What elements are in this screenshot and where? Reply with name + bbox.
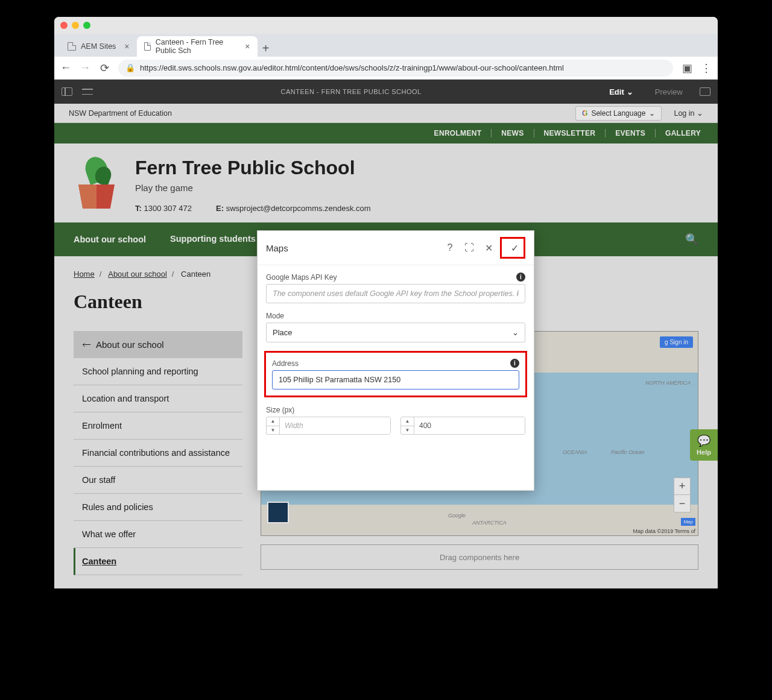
tab-label: AEM Sites: [81, 42, 116, 51]
annotate-icon[interactable]: [700, 87, 710, 96]
chevron-down-icon: ⌄: [512, 328, 519, 337]
panel-toggle-icon[interactable]: [62, 87, 72, 96]
dialog-title: Maps: [266, 243, 438, 253]
tab-aem-sites[interactable]: AEM Sites×: [60, 36, 137, 57]
url-field[interactable]: 🔒https://edit.sws.schools.nsw.gov.au/edi…: [118, 60, 673, 77]
account-icon[interactable]: ▣: [682, 63, 692, 74]
fullscreen-icon[interactable]: ⛶: [461, 240, 477, 256]
mac-minimize[interactable]: [72, 22, 79, 29]
mac-close[interactable]: [60, 22, 68, 29]
forward-button[interactable]: →: [80, 63, 90, 74]
aem-toolbar: CANTEEN - FERN TREE PUBLIC SCHOOL Edit⌄ …: [54, 80, 718, 104]
page-content: NSW Department of Education GSelect Lang…: [54, 104, 718, 588]
edit-mode-button[interactable]: Edit⌄: [609, 87, 633, 96]
lock-icon: 🔒: [125, 63, 135, 72]
height-stepper[interactable]: ▲▼: [400, 417, 525, 435]
tab-label: Canteen - Fern Tree Public Sch: [156, 38, 237, 55]
confirm-icon[interactable]: ✓: [507, 240, 522, 256]
reload-button[interactable]: ⟳: [99, 63, 110, 74]
api-key-label: Google Maps API Key: [266, 273, 337, 282]
step-down-icon[interactable]: ▼: [401, 426, 414, 435]
help-icon[interactable]: ?: [442, 240, 458, 256]
chevron-down-icon: ⌄: [627, 87, 633, 96]
width-input[interactable]: [280, 417, 390, 434]
page-icon: [144, 42, 151, 51]
address-bar: ← → ⟳ 🔒https://edit.sws.schools.nsw.gov.…: [54, 57, 718, 80]
browser-menu-icon[interactable]: ⋮: [701, 61, 712, 75]
tab-canteen[interactable]: Canteen - Fern Tree Public Sch×: [137, 36, 258, 57]
mac-titlebar: [54, 17, 718, 34]
tab-strip: AEM Sites× Canteen - Fern Tree Public Sc…: [54, 34, 718, 57]
address-label: Address: [272, 359, 299, 368]
info-icon[interactable]: i: [516, 273, 525, 282]
page-info-icon[interactable]: [82, 87, 93, 96]
step-up-icon[interactable]: ▲: [267, 417, 279, 426]
address-section-highlight: Addressi: [264, 351, 527, 397]
api-key-input[interactable]: [266, 284, 525, 303]
mode-select[interactable]: Place⌄: [266, 323, 525, 342]
maps-dialog: Maps ? ⛶ ✕ ✓ Google Maps API Keyi Mode P…: [257, 230, 534, 491]
size-label: Size (px): [266, 406, 294, 414]
close-icon[interactable]: ✕: [481, 240, 496, 256]
aem-page-title: CANTEEN - FERN TREE PUBLIC SCHOOL: [103, 88, 600, 95]
preview-button[interactable]: Preview: [655, 87, 683, 96]
back-button[interactable]: ←: [60, 63, 71, 74]
mode-label: Mode: [266, 312, 284, 320]
new-tab-button[interactable]: +: [258, 40, 274, 57]
width-stepper[interactable]: ▲▼: [266, 417, 391, 435]
height-input[interactable]: [414, 417, 525, 434]
address-input[interactable]: [272, 370, 519, 389]
url-text: https://edit.sws.schools.nsw.gov.au/edit…: [140, 63, 564, 72]
tab-close-icon[interactable]: ×: [124, 42, 129, 51]
mac-maximize[interactable]: [83, 22, 90, 29]
info-icon[interactable]: i: [510, 359, 519, 368]
step-up-icon[interactable]: ▲: [401, 417, 414, 426]
page-icon: [68, 42, 76, 51]
tab-close-icon[interactable]: ×: [245, 42, 250, 51]
step-down-icon[interactable]: ▼: [267, 426, 279, 435]
